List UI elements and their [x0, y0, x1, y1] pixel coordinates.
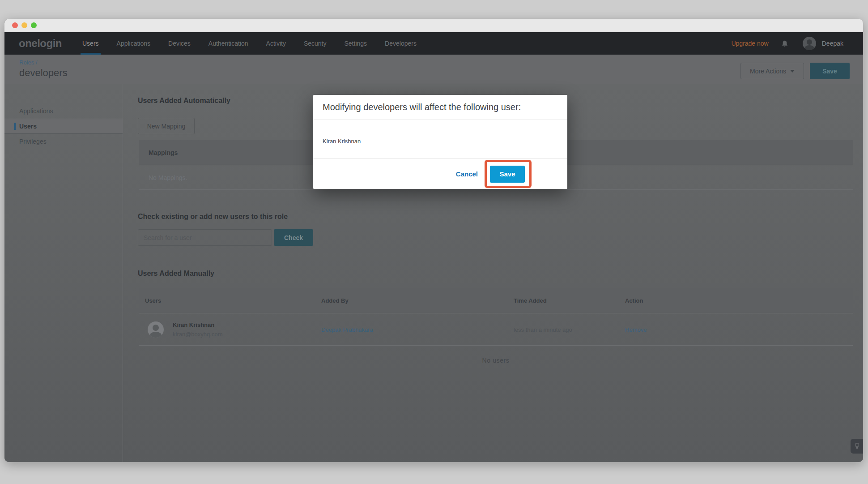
check-button[interactable]: Check [274, 229, 313, 246]
search-user-input[interactable] [138, 229, 272, 246]
user-email: kiran@boxyhq.com [173, 331, 222, 338]
confirm-modal: Modifying developers will affect the fol… [313, 95, 567, 189]
more-actions-label: More Actions [750, 68, 786, 75]
nav-items: Users Applications Devices Authenticatio… [82, 32, 417, 55]
new-mapping-button[interactable]: New Mapping [138, 118, 195, 134]
upgrade-now-link[interactable]: Upgrade now [731, 40, 768, 47]
table-row: Kiran Krishnan kiran@boxyhq.com Deepak P… [139, 313, 853, 346]
more-actions-button[interactable]: More Actions [740, 63, 804, 79]
page-title: developers [19, 67, 863, 79]
user-avatar-icon [148, 321, 164, 338]
nav-item-users[interactable]: Users [82, 32, 99, 55]
save-button-highlight-wrapper: Save [490, 166, 525, 183]
no-users-text: No users [139, 346, 853, 375]
modal-save-button[interactable]: Save [490, 166, 525, 183]
nav-item-applications[interactable]: Applications [117, 32, 151, 55]
onelogin-logo: onelogin [19, 37, 62, 50]
column-header-time-added: Time Added [514, 297, 547, 304]
modal-affected-user: Kiran Krishnan [313, 120, 567, 158]
users-added-manually-table: Users Added By Time Added Action Kiran K… [139, 288, 853, 375]
modal-cancel-button[interactable]: Cancel [456, 170, 478, 178]
top-nav: onelogin Users Applications Devices Auth… [4, 32, 863, 55]
sidebar-item-applications[interactable]: Applications [4, 103, 123, 119]
traffic-lights [12, 22, 37, 28]
remove-link[interactable]: Remove [625, 326, 647, 333]
breadcrumb[interactable]: Roles / [19, 59, 863, 66]
nav-item-security[interactable]: Security [304, 32, 327, 55]
notifications-bell-icon[interactable] [781, 40, 788, 47]
added-by-link[interactable]: Deepak Prabhakara [321, 326, 373, 333]
check-users-heading: Check existing or add new users to this … [138, 213, 288, 221]
sidebar: Applications Users Privileges [4, 84, 123, 462]
user-name-email: Kiran Krishnan kiran@boxyhq.com [173, 321, 222, 338]
close-window-button[interactable] [12, 22, 18, 28]
sidebar-item-users[interactable]: Users [4, 119, 123, 134]
lightbulb-icon [854, 442, 860, 450]
table-header-row: Users Added By Time Added Action [139, 288, 853, 313]
page-header: Roles / developers More Actions Save [4, 55, 863, 84]
column-header-users: Users [145, 297, 161, 304]
nav-item-activity[interactable]: Activity [266, 32, 286, 55]
user-avatar[interactable] [803, 37, 816, 50]
feedback-tab[interactable] [851, 439, 863, 454]
nav-item-settings[interactable]: Settings [345, 32, 367, 55]
nav-item-developers[interactable]: Developers [385, 32, 417, 55]
user-name: Kiran Krishnan [173, 321, 222, 328]
minimize-window-button[interactable] [21, 22, 27, 28]
nav-item-devices[interactable]: Devices [168, 32, 191, 55]
modal-title: Modifying developers will affect the fol… [313, 95, 567, 120]
modal-footer: Cancel Save [313, 158, 567, 189]
time-added-cell: less than a minute ago [514, 326, 572, 333]
header-save-button[interactable]: Save [810, 63, 850, 79]
nav-username[interactable]: Deepak [822, 40, 843, 47]
nav-right-cluster: Upgrade now Deepak [731, 32, 843, 55]
nav-item-authentication[interactable]: Authentication [208, 32, 248, 55]
user-cell: Kiran Krishnan kiran@boxyhq.com [148, 321, 222, 338]
users-added-automatically-heading: Users Added Automatically [138, 97, 230, 105]
chevron-down-icon [790, 70, 795, 73]
browser-window: onelogin Users Applications Devices Auth… [4, 19, 863, 462]
window-titlebar [4, 19, 863, 32]
sidebar-item-privileges[interactable]: Privileges [4, 134, 123, 149]
column-header-added-by: Added By [321, 297, 349, 304]
avatar-person-icon [807, 39, 812, 45]
zoom-window-button[interactable] [31, 22, 37, 28]
users-added-manually-heading: Users Added Manually [138, 270, 214, 278]
column-header-action: Action [625, 297, 643, 304]
